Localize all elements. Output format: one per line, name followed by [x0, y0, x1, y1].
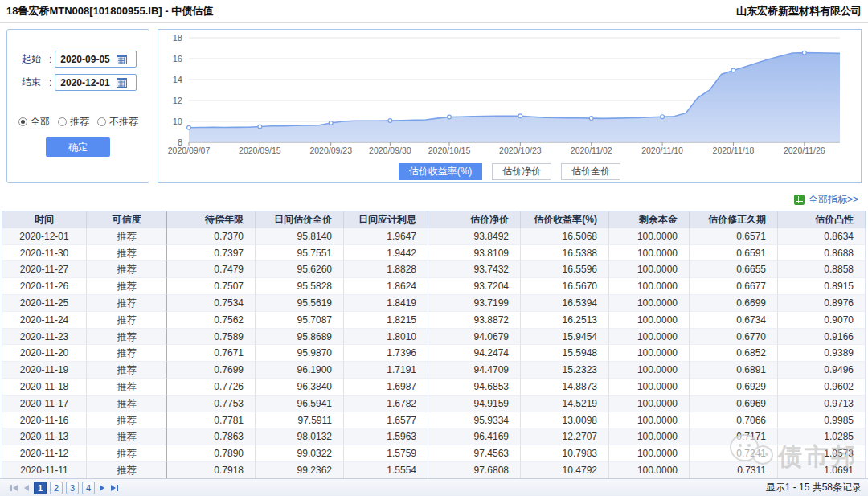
table-cell: 0.7781	[167, 412, 256, 429]
table-cell: 98.0132	[256, 428, 344, 445]
table-cell: 0.6677	[690, 278, 778, 295]
radio-icon[interactable]	[58, 117, 67, 126]
calendar-icon[interactable]	[117, 77, 127, 88]
table-cell: 16.5068	[521, 228, 609, 245]
table-row[interactable]: 2020-11-23推荐0.758995.86891.801094.067915…	[2, 329, 866, 346]
end-date-field	[55, 74, 137, 91]
end-date-input[interactable]	[55, 77, 117, 88]
table-cell: 94.9159	[428, 396, 521, 412]
table-cell: 100.0000	[609, 245, 690, 262]
table-cell: 0.7507	[167, 278, 256, 295]
radio-label: 推荐	[70, 115, 89, 129]
table-cell: 94.6853	[428, 379, 521, 396]
table-cell: 2020-11-26	[2, 278, 87, 295]
table-row[interactable]: 2020-11-20推荐0.767195.98701.739694.247415…	[2, 345, 866, 362]
table-cell: 0.7066	[690, 412, 778, 429]
svg-text:2020/09/30: 2020/09/30	[369, 146, 411, 155]
table-cell: 推荐	[87, 428, 167, 445]
table-cell: 99.0322	[256, 445, 344, 462]
table-cell: 96.3840	[256, 379, 344, 396]
table-cell: 1.6987	[344, 379, 428, 396]
table-cell: 0.7753	[167, 396, 256, 412]
table-row[interactable]: 2020-11-18推荐0.772696.38401.698794.685314…	[2, 379, 866, 396]
chart-tab[interactable]: 估价全价	[561, 163, 620, 180]
export-excel-icon	[794, 195, 805, 205]
table-row[interactable]: 2020-11-16推荐0.778197.59111.657795.933413…	[2, 412, 866, 429]
table-cell: 96.1900	[256, 362, 344, 379]
table-row[interactable]: 2020-11-17推荐0.775396.59411.678294.915914…	[2, 396, 866, 412]
table-cell: 100.0000	[609, 396, 690, 412]
table-cell: 0.7589	[167, 329, 256, 346]
table-cell: 0.8976	[778, 295, 866, 312]
table-cell: 14.5219	[521, 396, 609, 412]
table-cell: 1.8010	[344, 329, 428, 346]
table-cell: 0.7863	[167, 428, 256, 445]
pagination-next-button[interactable]	[100, 482, 104, 494]
table-cell: 0.6770	[690, 329, 778, 346]
svg-text:2020/11/02: 2020/11/02	[571, 146, 612, 155]
table-cell: 99.2362	[256, 462, 344, 479]
end-date-label: 结束	[22, 76, 49, 89]
svg-text:2020/09/07: 2020/09/07	[168, 146, 211, 155]
table-cell: 1.9442	[344, 245, 428, 262]
pagination-last-button[interactable]	[111, 482, 119, 494]
table-cell: 12.2707	[521, 428, 609, 445]
pagination-page-button[interactable]: 2	[50, 482, 63, 494]
svg-text:18: 18	[173, 33, 182, 43]
table-row[interactable]: 2020-12-01推荐0.737095.81401.964793.849216…	[2, 228, 866, 245]
table-cell: 93.7199	[428, 295, 521, 312]
table-row[interactable]: 2020-11-25推荐0.753495.56191.841993.719916…	[2, 295, 866, 312]
table-cell: 1.5554	[344, 462, 428, 479]
radio-option[interactable]: 不推荐	[97, 115, 138, 129]
radio-label: 不推荐	[109, 115, 138, 129]
radio-option[interactable]: 全部	[18, 115, 50, 129]
radio-option[interactable]: 推荐	[58, 115, 89, 129]
table-cell: 推荐	[87, 228, 167, 245]
chart-tab[interactable]: 估价净价	[492, 163, 551, 180]
calendar-icon[interactable]	[117, 54, 127, 64]
table-row[interactable]: 2020-11-19推荐0.769996.19001.719194.470915…	[2, 362, 866, 379]
svg-text:2020/11/18: 2020/11/18	[713, 146, 755, 155]
table-cell: 0.6591	[690, 245, 778, 262]
radio-icon[interactable]	[97, 117, 106, 126]
table-row[interactable]: 2020-11-12推荐0.789099.03221.575997.456310…	[2, 445, 866, 462]
table-cell: 0.6655	[690, 261, 778, 278]
svg-text:2020/10/23: 2020/10/23	[499, 146, 542, 155]
all-indicators-row: 全部指标>>	[794, 193, 858, 207]
table-row[interactable]: 2020-11-27推荐0.747995.62601.882893.743216…	[2, 261, 866, 278]
pagination-bar: 1234 显示1 - 15 共58条记录	[0, 478, 868, 496]
confirm-button[interactable]: 确定	[46, 137, 110, 157]
table-cell: 100.0000	[609, 345, 690, 362]
table-cell: 94.4709	[428, 362, 521, 379]
table-cell: 0.9713	[778, 396, 866, 412]
chart-tab[interactable]: 估价收益率(%)	[399, 163, 483, 180]
column-header: 估价凸性	[778, 211, 866, 228]
start-date-input[interactable]	[55, 54, 117, 65]
table-cell: 100.0000	[609, 379, 690, 396]
table-cell: 0.9496	[778, 362, 866, 379]
table-cell: 1.9647	[344, 228, 428, 245]
table-cell: 0.9985	[778, 412, 866, 429]
table-cell: 0.8634	[778, 228, 866, 245]
pagination-page-button[interactable]: 3	[66, 482, 79, 494]
table-cell: 0.7241	[690, 445, 778, 462]
all-indicators-link[interactable]: 全部指标>>	[809, 193, 858, 207]
table-cell: 95.8689	[256, 329, 344, 346]
table-row[interactable]: 2020-11-11推荐0.791899.23621.555497.680810…	[2, 462, 866, 479]
table-cell: 13.0098	[521, 412, 609, 429]
table-cell: 推荐	[87, 362, 167, 379]
table-row[interactable]: 2020-11-26推荐0.750795.58281.862493.720416…	[2, 278, 866, 295]
pagination-page-button[interactable]: 1	[34, 482, 47, 494]
svg-text:16: 16	[173, 54, 182, 64]
pagination-page-button[interactable]: 4	[82, 482, 95, 494]
table-cell: 推荐	[87, 261, 167, 278]
table-row[interactable]: 2020-11-13推荐0.786398.01321.596396.416912…	[2, 428, 866, 445]
table-row[interactable]: 2020-11-24推荐0.756295.70871.821593.887216…	[2, 312, 866, 329]
table-cell: 0.7171	[690, 428, 778, 445]
table-cell: 推荐	[87, 312, 167, 329]
table-cell: 1.8828	[344, 261, 428, 278]
radio-icon[interactable]	[18, 117, 27, 126]
table-cell: 0.6699	[690, 295, 778, 312]
table-row[interactable]: 2020-11-30推荐0.739795.75511.944293.810916…	[2, 245, 866, 262]
table-cell: 97.6808	[428, 462, 521, 479]
